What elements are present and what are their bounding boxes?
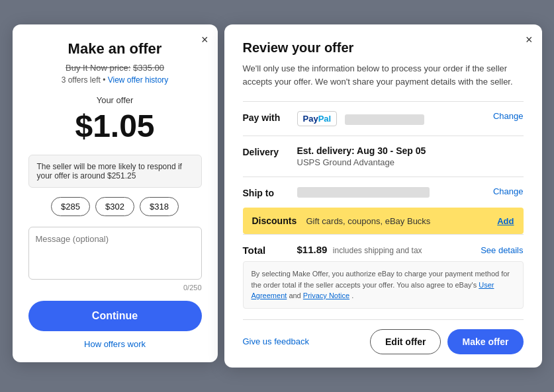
ship-to-row: Ship to Change — [243, 176, 524, 208]
ship-to-label: Ship to — [243, 186, 289, 198]
total-amount-wrapper: $11.89 includes shipping and tax — [297, 244, 422, 256]
right-modal-title: Review your offer — [243, 40, 524, 56]
review-description: We'll only use the information below to … — [243, 62, 524, 88]
right-modal-close-button[interactable]: × — [526, 34, 533, 46]
delivery-main-text: Est. delivery: Aug 30 - Sep 05 — [297, 145, 524, 156]
feedback-link[interactable]: Give us feedback — [243, 336, 309, 346]
discounts-row: Discounts Gift cards, coupons, eBay Buck… — [243, 208, 524, 234]
pay-with-content: PayPal — [297, 111, 485, 126]
delivery-label: Delivery — [243, 145, 289, 157]
pay-with-row: Pay with PayPal Change — [243, 101, 524, 136]
total-label: Total — [243, 245, 289, 256]
total-sub-text: includes shipping and tax — [333, 246, 422, 255]
see-details-link[interactable]: See details — [481, 245, 523, 255]
footer-buttons: Edit offer Make offer — [370, 329, 523, 354]
ship-to-masked-address — [297, 187, 430, 198]
paypal-badge: PayPal — [297, 111, 338, 126]
legal-end: . — [351, 292, 353, 299]
buy-now-value: $335.00 — [133, 63, 164, 73]
legal-text-content: By selecting Make Offer, you authorize e… — [252, 270, 510, 289]
make-offer-button[interactable]: Make offer — [447, 329, 523, 354]
suggest-btn-318[interactable]: $318 — [140, 197, 179, 216]
right-modal-footer: Give us feedback Edit offer Make offer — [243, 319, 524, 354]
suggest-buttons-row: $285 $302 $318 — [28, 197, 202, 216]
discounts-label: Discounts — [252, 216, 299, 226]
suggest-btn-285[interactable]: $285 — [51, 197, 90, 216]
ship-to-change-link[interactable]: Change — [493, 186, 524, 196]
discounts-add-link[interactable]: Add — [497, 216, 514, 226]
make-offer-modal: × Make an offer Buy It Now price: $335.0… — [13, 24, 218, 362]
buy-now-price: Buy It Now price: $335.00 — [28, 63, 202, 73]
delivery-row: Delivery Est. delivery: Aug 30 - Sep 05 … — [243, 136, 524, 176]
paypal-logo: PayPal — [303, 114, 332, 124]
pay-with-label: Pay with — [243, 111, 289, 123]
offers-left-row: 3 offers left • View offer history — [28, 75, 202, 85]
privacy-notice-link[interactable]: Privacy Notice — [303, 292, 349, 299]
offers-left-text: 3 offers left — [62, 75, 101, 85]
total-row: Total $11.89 includes shipping and tax S… — [243, 234, 524, 261]
your-offer-label: Your offer — [28, 95, 202, 105]
separator: • — [103, 75, 108, 85]
left-modal-close-button[interactable]: × — [201, 34, 208, 46]
review-offer-modal: × Review your offer We'll only use the i… — [224, 24, 542, 368]
char-count-display: 0/250 — [28, 284, 202, 292]
legal-and: and — [289, 292, 302, 299]
payment-masked-info — [345, 114, 424, 125]
view-offer-history-link[interactable]: View offer history — [108, 75, 169, 85]
ship-to-content — [297, 186, 485, 198]
legal-text-box: By selecting Make Offer, you authorize e… — [243, 261, 524, 309]
continue-button[interactable]: Continue — [28, 301, 202, 331]
pay-with-change-link[interactable]: Change — [493, 111, 524, 121]
left-modal-title: Make an offer — [28, 40, 202, 58]
total-amount: $11.89 — [297, 244, 328, 255]
seller-hint-box: The seller will be more likely to respon… — [28, 155, 202, 188]
delivery-content: Est. delivery: Aug 30 - Sep 05 USPS Grou… — [297, 145, 524, 167]
discounts-content: Gift cards, coupons, eBay Bucks — [306, 216, 490, 226]
delivery-sub-text: USPS Ground Advantage — [297, 157, 524, 167]
suggest-btn-302[interactable]: $302 — [95, 197, 134, 216]
buy-now-label: Buy It Now price: — [66, 63, 130, 73]
offer-amount-display: $1.05 — [28, 108, 202, 144]
edit-offer-button[interactable]: Edit offer — [370, 329, 441, 354]
message-input[interactable] — [28, 227, 202, 280]
how-offers-link[interactable]: How offers work — [28, 339, 202, 349]
